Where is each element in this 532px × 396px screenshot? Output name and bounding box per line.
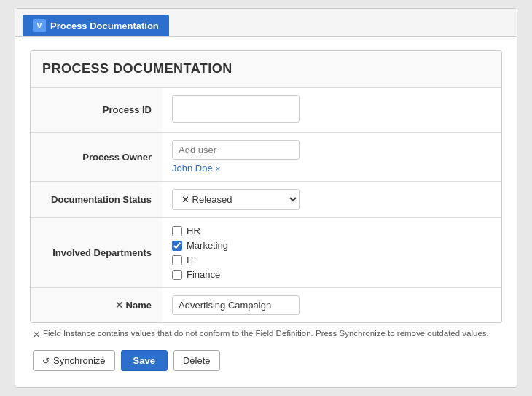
warning-icon: ✕ bbox=[33, 330, 40, 340]
warning-text-container: ✕ Field Instance contains values that do… bbox=[30, 323, 502, 343]
save-button[interactable]: Save bbox=[121, 350, 168, 371]
label-name: ✕Name bbox=[31, 288, 162, 323]
checkbox-it-label: IT bbox=[187, 255, 195, 265]
checkbox-it-input[interactable] bbox=[172, 255, 182, 265]
sync-icon: ↺ bbox=[42, 356, 50, 366]
field-process-id bbox=[162, 88, 501, 133]
synchronize-label: Synchronize bbox=[53, 355, 106, 366]
tab-process-documentation[interactable]: V Process Documentation bbox=[23, 15, 169, 36]
label-involved-departments: Involved Departments bbox=[31, 218, 162, 288]
name-input[interactable] bbox=[172, 295, 300, 315]
field-documentation-status: ✕ Released Draft Archived bbox=[162, 182, 501, 218]
user-tag-remove[interactable]: × bbox=[216, 164, 220, 173]
name-error-x: ✕ bbox=[115, 300, 123, 311]
delete-label: Delete bbox=[183, 355, 211, 366]
checkbox-marketing-label: Marketing bbox=[187, 240, 228, 251]
row-process-id: Process ID bbox=[31, 88, 501, 133]
checkbox-hr-label: HR bbox=[187, 225, 200, 236]
checkbox-hr-input[interactable] bbox=[172, 226, 182, 236]
add-user-input[interactable] bbox=[172, 140, 300, 160]
user-tag: John Doe × bbox=[172, 163, 491, 174]
user-tag-name: John Doe bbox=[172, 163, 213, 174]
form-table: Process ID Process Owner John Doe × bbox=[31, 88, 501, 322]
delete-button[interactable]: Delete bbox=[173, 350, 220, 371]
row-name: ✕Name bbox=[31, 288, 501, 323]
synchronize-button[interactable]: ↺ Synchronize bbox=[33, 350, 115, 371]
warning-message: Field Instance contains values that do n… bbox=[43, 329, 489, 338]
documentation-status-select[interactable]: ✕ Released Draft Archived bbox=[172, 189, 300, 210]
tab-label: Process Documentation bbox=[50, 20, 159, 31]
row-documentation-status: Documentation Status ✕ Released Draft Ar… bbox=[31, 182, 501, 218]
main-container: V Process Documentation PROCESS DOCUMENT… bbox=[15, 8, 517, 388]
tab-bar: V Process Documentation bbox=[15, 9, 517, 37]
checkbox-group: HR Marketing IT bbox=[172, 225, 491, 280]
process-id-input[interactable] bbox=[172, 95, 300, 123]
label-documentation-status: Documentation Status bbox=[31, 182, 162, 218]
label-process-owner: Process Owner bbox=[31, 133, 162, 182]
action-bar: ↺ Synchronize Save Delete bbox=[30, 343, 502, 374]
save-label: Save bbox=[133, 355, 155, 366]
field-involved-departments: HR Marketing IT bbox=[162, 218, 501, 288]
label-process-id: Process ID bbox=[31, 88, 162, 133]
content-area: PROCESS DOCUMENTATION Process ID Process… bbox=[15, 37, 517, 387]
form-title: PROCESS DOCUMENTATION bbox=[31, 51, 501, 88]
user-input-container: John Doe × bbox=[172, 140, 491, 174]
form-card: PROCESS DOCUMENTATION Process ID Process… bbox=[30, 50, 502, 323]
checkbox-marketing-input[interactable] bbox=[172, 241, 182, 251]
checkbox-finance-input[interactable] bbox=[172, 270, 182, 280]
tab-icon: V bbox=[33, 19, 46, 32]
checkbox-marketing[interactable]: Marketing bbox=[172, 240, 491, 251]
row-involved-departments: Involved Departments HR Marketing bbox=[31, 218, 501, 288]
checkbox-finance[interactable]: Finance bbox=[172, 269, 491, 280]
checkbox-it[interactable]: IT bbox=[172, 255, 491, 265]
field-process-owner: John Doe × bbox=[162, 133, 501, 182]
checkbox-hr[interactable]: HR bbox=[172, 225, 491, 236]
row-process-owner: Process Owner John Doe × bbox=[31, 133, 501, 182]
field-name bbox=[162, 288, 501, 323]
checkbox-finance-label: Finance bbox=[187, 269, 220, 280]
